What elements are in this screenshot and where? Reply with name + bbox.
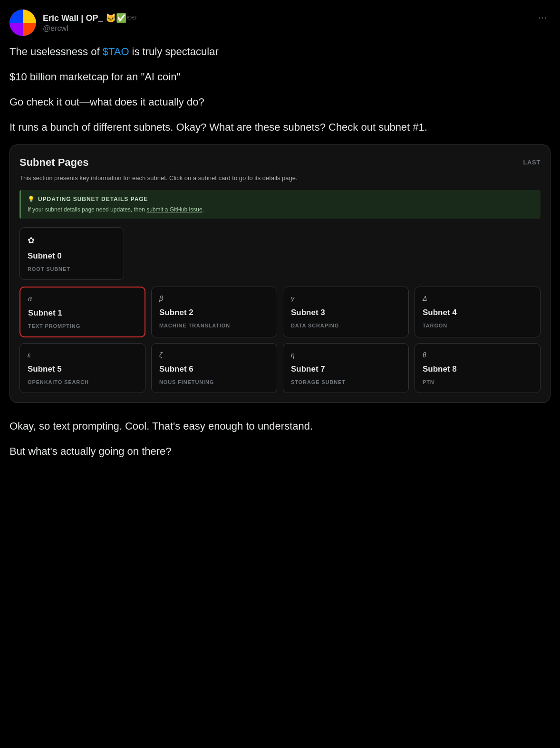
subnet-card-8[interactable]: θ Subnet 8 PTN xyxy=(415,343,541,393)
tweet-paragraph-2: $10 billion marketcap for an "AI coin" xyxy=(10,69,550,85)
tweet-paragraph-1: The uselessness of $TAO is truly spectac… xyxy=(10,44,550,59)
tweet-paragraph-3: Go check it out—what does it actually do… xyxy=(10,94,550,110)
subnet-8-name: Subnet 8 xyxy=(423,363,532,375)
subnet-card-4[interactable]: Δ Subnet 4 TARGON xyxy=(415,287,541,337)
author-handle: @ercwl xyxy=(43,24,137,33)
subnet-6-label: NOUS FINETUNING xyxy=(159,378,269,386)
subnet-5-name: Subnet 5 xyxy=(28,363,137,375)
avatar[interactable] xyxy=(10,10,36,36)
subnet-card-2[interactable]: β Subnet 2 MACHINE TRANSLATION xyxy=(151,287,277,337)
author-name-suffix: 🐱✅🕶️ xyxy=(106,13,137,23)
subnet-4-greek: Δ xyxy=(423,294,532,304)
subnet-8-label: PTN xyxy=(423,378,532,386)
update-banner-title: 💡 UPDATING SUBNET DETAILS PAGE xyxy=(28,195,534,203)
author-info: Eric Wall | OP_ 🐱✅🕶️ @ercwl xyxy=(43,13,137,33)
update-banner-title-text: UPDATING SUBNET DETAILS PAGE xyxy=(38,195,148,203)
subnet-last-label: LAST xyxy=(523,158,541,167)
subnet-3-label: DATA SCRAPING xyxy=(291,322,401,330)
bottom-paragraph-2: But what's actually going on there? xyxy=(10,443,550,459)
more-options-button[interactable]: ··· xyxy=(534,10,550,26)
root-subnet-label: ROOT SUBNET xyxy=(28,265,116,273)
subnet-6-greek: ζ xyxy=(159,350,269,360)
tweet-header-left: Eric Wall | OP_ 🐱✅🕶️ @ercwl xyxy=(10,10,137,36)
update-banner-body: If your subnet details page need updates… xyxy=(28,205,534,214)
subnet-1-name: Subnet 1 xyxy=(28,307,137,319)
subnet-widget-title: Subnet Pages xyxy=(19,154,88,170)
subnet-3-greek: γ xyxy=(291,294,401,304)
tweet-body: The uselessness of $TAO is truly spectac… xyxy=(10,44,550,459)
subnet-4-name: Subnet 4 xyxy=(423,307,532,319)
subnet-2-label: MACHINE TRANSLATION xyxy=(159,322,269,330)
root-subnet-icon: ✿ xyxy=(28,234,116,247)
bottom-text: Okay, so text prompting. Cool. That's ea… xyxy=(10,418,550,459)
tweet-paragraph-4: It runs a bunch of different subnets. Ok… xyxy=(10,119,550,135)
subnet-grid-row1: α Subnet 1 TEXT PROMPTING β Subnet 2 MAC… xyxy=(19,287,541,337)
update-banner-body-text: If your subnet details page need updates… xyxy=(28,206,146,213)
tweet-container: Eric Wall | OP_ 🐱✅🕶️ @ercwl ··· The usel… xyxy=(0,0,560,469)
update-banner-body-end: . xyxy=(203,206,204,213)
subnet-5-label: OPENKAITO SEARCH xyxy=(28,378,137,386)
subnet-2-greek: β xyxy=(159,294,269,304)
subnet-card-1[interactable]: α Subnet 1 TEXT PROMPTING xyxy=(19,287,145,337)
subnet-widget-header: Subnet Pages LAST xyxy=(19,154,541,170)
subnet-card-7[interactable]: η Subnet 7 STORAGE SUBNET xyxy=(283,343,409,393)
tweet-header: Eric Wall | OP_ 🐱✅🕶️ @ercwl ··· xyxy=(10,10,550,36)
subnet-7-name: Subnet 7 xyxy=(291,363,401,375)
subnet-8-greek: θ xyxy=(423,350,532,360)
github-issue-link[interactable]: submit a GitHub issue xyxy=(146,206,202,213)
subnet-6-name: Subnet 6 xyxy=(159,363,269,375)
subnet-3-name: Subnet 3 xyxy=(291,307,401,319)
subnet-1-greek: α xyxy=(28,294,137,304)
subnet-card-root[interactable]: ✿ Subnet 0 ROOT SUBNET xyxy=(19,227,124,280)
subnet-5-greek: ε xyxy=(28,350,137,360)
update-banner-icon: 💡 xyxy=(28,195,35,203)
subnet-widget: Subnet Pages LAST This section presents … xyxy=(10,144,550,403)
subnet-card-5[interactable]: ε Subnet 5 OPENKAITO SEARCH xyxy=(19,343,145,393)
update-banner: 💡 UPDATING SUBNET DETAILS PAGE If your s… xyxy=(19,190,541,219)
avatar-image xyxy=(10,10,36,36)
subnet-4-label: TARGON xyxy=(423,322,532,330)
bottom-paragraph-1: Okay, so text prompting. Cool. That's ea… xyxy=(10,418,550,434)
author-name: Eric Wall | OP_ 🐱✅🕶️ xyxy=(43,13,137,23)
root-subnet-name: Subnet 0 xyxy=(28,250,116,262)
subnet-grid-row2: ε Subnet 5 OPENKAITO SEARCH ζ Subnet 6 N… xyxy=(19,343,541,393)
subnet-1-label: TEXT PROMPTING xyxy=(28,322,137,330)
subnet-card-3[interactable]: γ Subnet 3 DATA SCRAPING xyxy=(283,287,409,337)
subnet-card-6[interactable]: ζ Subnet 6 NOUS FINETUNING xyxy=(151,343,277,393)
subnet-2-name: Subnet 2 xyxy=(159,307,269,319)
subnet-7-label: STORAGE SUBNET xyxy=(291,378,401,386)
subnet-description: This section presents key information fo… xyxy=(19,174,541,182)
author-display-name: Eric Wall | OP_ xyxy=(43,13,103,23)
subnet-root-row: ✿ Subnet 0 ROOT SUBNET xyxy=(19,227,541,280)
subnet-7-greek: η xyxy=(291,350,401,360)
tao-link[interactable]: $TAO xyxy=(103,46,129,58)
